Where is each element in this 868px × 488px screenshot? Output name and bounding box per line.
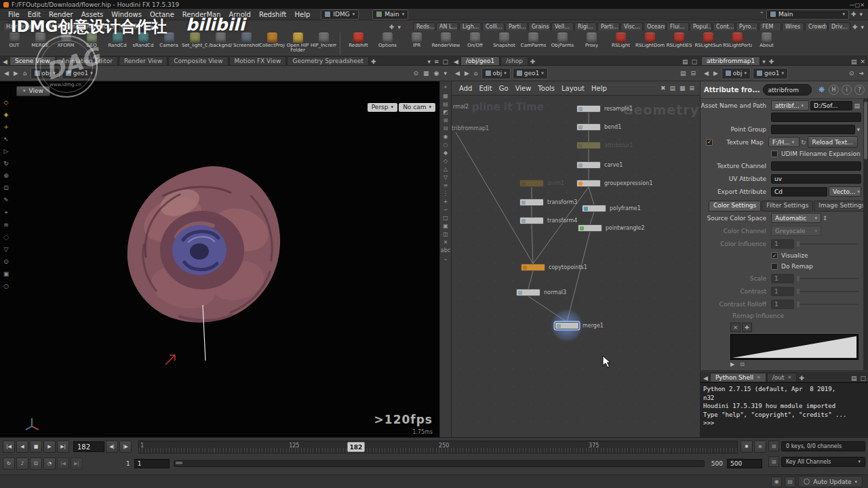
point-group-field[interactable] — [771, 125, 855, 134]
param-scrollbar[interactable] — [863, 99, 868, 370]
viewport-tool-icon[interactable]: + — [3, 123, 9, 130]
contrast-slider[interactable] — [797, 291, 859, 292]
shelf-tool[interactable]: RSLightPortal — [723, 31, 752, 48]
snap-icon[interactable]: ⊙ — [412, 70, 420, 77]
viewport-tool-icon[interactable]: ○ — [3, 283, 9, 289]
node-transform3[interactable]: transform3 — [519, 199, 544, 206]
shelf-tool[interactable]: RSLightIES — [665, 31, 694, 48]
node-pointwrangle2[interactable]: pointwrangle2 — [578, 224, 602, 232]
shelf-tool[interactable]: Snapshot — [490, 31, 519, 48]
texture-map-checkbox[interactable]: ✓ — [706, 139, 713, 146]
message-log-icon[interactable]: ◉ — [771, 476, 782, 487]
home-icon[interactable]: ⌂ — [22, 70, 28, 77]
pane-maximize-icon[interactable]: □ — [690, 58, 698, 65]
shelf-tool[interactable]: CollectProject — [259, 31, 285, 53]
right-desktop-selector[interactable]: Main ▾ — [766, 9, 849, 20]
viewport-tool-icon[interactable]: ⊡ — [3, 184, 9, 191]
transport-button[interactable]: ▶ — [43, 441, 56, 453]
shelf-tool[interactable]: About — [752, 31, 781, 48]
shelf-tab[interactable]: Pyro... — [736, 22, 758, 30]
current-frame-marker[interactable]: 182 — [347, 442, 365, 452]
range-slider-thumb[interactable] — [176, 462, 182, 464]
pane-tab[interactable]: /out✕ — [767, 373, 797, 382]
udim-checkbox[interactable] — [771, 150, 778, 157]
transport-button[interactable]: ▶| — [57, 441, 69, 453]
frame-range-slider[interactable] — [174, 460, 705, 467]
menu-item[interactable]: Go — [496, 85, 512, 92]
do-remap-checkbox[interactable] — [771, 263, 778, 270]
visualize-checkbox[interactable]: ✓ — [771, 252, 778, 259]
scale-slider[interactable] — [797, 278, 859, 279]
panel-icon[interactable]: ⊞ — [688, 85, 696, 92]
playback-option-icon[interactable]: ⊡ — [30, 458, 42, 470]
scene-viewport[interactable]: ▾ View Persp ▾ No cam ▾ ◇◈+↖▷↻⊕⊡✎⌖≋◌▽⊙▣○… — [0, 81, 439, 437]
shelf-tool[interactable]: Proxy — [577, 31, 606, 48]
display-option-icon[interactable]: ≡ — [443, 182, 448, 188]
reload-icon[interactable]: ↻ — [800, 139, 808, 146]
shelf-tab[interactable]: AN L... — [436, 22, 458, 30]
pane-link-icon[interactable]: ▤ — [679, 70, 688, 77]
viewport-tool-icon[interactable]: ⌖ — [4, 209, 7, 216]
window-control-button[interactable]: ✕ — [860, 2, 865, 8]
grid-icon[interactable]: ▦ — [422, 70, 431, 77]
range-nav-icon[interactable]: ▶| — [71, 458, 83, 470]
range-end-field[interactable]: 500 — [727, 459, 762, 468]
node-normal3[interactable]: normal3 — [516, 289, 540, 296]
frame-step-button[interactable]: ◀| — [106, 441, 118, 453]
shelf-tab[interactable]: Reds... — [413, 22, 435, 30]
asset-dropdown[interactable]: attribf...▾ — [771, 100, 809, 110]
display-option-icon[interactable]: + — [443, 199, 448, 205]
node-resample1[interactable]: resample1 — [576, 105, 601, 113]
display-option-icon[interactable]: ◉ — [443, 134, 448, 140]
transport-button[interactable]: |◀ — [3, 441, 15, 453]
color-channel-dropdown[interactable]: Greyscale▾ — [771, 226, 821, 236]
network-editor[interactable]: AddEditGoViewToolsLayoutHelp ✖ ▤ ▦ ⊞ pli… — [451, 81, 700, 437]
menu-item[interactable]: Help — [588, 85, 610, 92]
playbar-option-icon[interactable]: ✱ — [741, 441, 753, 453]
asset-path-field[interactable]: D:/Sof... — [810, 101, 852, 110]
display-option-icon[interactable]: − — [443, 207, 448, 213]
settings-tab[interactable]: Image Settings — [814, 201, 864, 211]
menu-item[interactable]: Redshift — [255, 11, 291, 18]
viewport-tool-icon[interactable]: ✎ — [3, 197, 9, 203]
add-tab-icon[interactable]: ✚ — [529, 58, 537, 65]
menu-item[interactable]: Tools — [534, 85, 558, 92]
pane-maximize-icon[interactable]: □ — [859, 375, 867, 382]
node-carve1[interactable]: carve1 — [576, 161, 601, 169]
close-tab-icon[interactable]: ✕ — [788, 375, 792, 380]
shelf-tool[interactable]: CamParms — [519, 31, 548, 48]
shelf-tab[interactable]: Rigi... — [574, 22, 597, 30]
contrast-rolloff-field[interactable]: 1 — [771, 300, 794, 309]
pane-tab[interactable]: Motion FX View — [229, 56, 287, 65]
pane-menu-icon[interactable]: ▾ — [426, 58, 432, 65]
viewport-tool-icon[interactable]: ◇ — [4, 99, 9, 106]
timeline-ruler[interactable]: 182 1125250375 — [138, 441, 738, 453]
pane-arrow-icon[interactable]: ➜ — [857, 70, 865, 77]
texture-channel-field[interactable] — [771, 161, 861, 171]
path-crumb[interactable]: obj ▾ — [481, 68, 511, 79]
pane-tab[interactable]: Render View — [119, 56, 167, 65]
display-option-icon[interactable]: ◆ — [443, 150, 448, 156]
back-icon[interactable]: ◀ — [3, 70, 10, 77]
add-icon[interactable]: ✚ — [850, 11, 858, 18]
range-start-field[interactable]: 1 — [134, 459, 170, 468]
playback-option-icon[interactable]: ♪ — [16, 458, 28, 470]
playbar-option-icon[interactable]: ≡ — [754, 441, 766, 453]
display-option-icon[interactable]: ▤ — [443, 101, 448, 107]
shelf-tab[interactable]: Colli... — [482, 22, 505, 30]
uv-attribute-field[interactable]: uv — [771, 174, 861, 184]
file-browse-icon[interactable]: ▤ — [852, 102, 861, 109]
pane-tab[interactable]: attribfrommap1 — [701, 56, 760, 65]
export-attribute-field[interactable]: Cd — [771, 187, 827, 197]
viewport-tool-icon[interactable]: ⊙ — [3, 258, 9, 265]
range-nav-icon[interactable]: |◀ — [57, 458, 69, 470]
transport-button[interactable]: ◀ — [16, 441, 28, 453]
settings-tab[interactable]: Color Settings — [709, 201, 761, 211]
current-frame-field[interactable]: 182 — [73, 441, 104, 452]
display-option-icon[interactable]: abc — [441, 247, 450, 253]
forward-icon[interactable]: ▶ — [12, 70, 20, 77]
shelf-tab[interactable]: Wires — [782, 22, 804, 30]
transport-button[interactable]: ■ — [30, 441, 42, 453]
spinner-icon[interactable]: ↕ — [821, 215, 829, 222]
contrast-rolloff-slider[interactable] — [797, 304, 859, 305]
